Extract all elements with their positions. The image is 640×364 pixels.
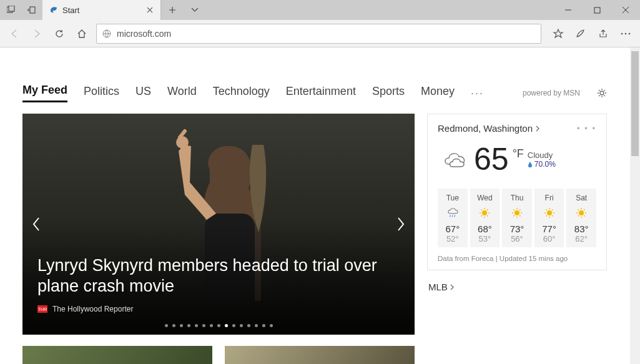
sun-icon: [566, 206, 596, 220]
tab-politics[interactable]: Politics: [84, 85, 119, 102]
tab-technology[interactable]: Technology: [213, 85, 270, 102]
svg-point-5: [621, 32, 623, 34]
forecast-day[interactable]: Sat83°62°: [566, 189, 596, 247]
forecast-day[interactable]: Wed68°53°: [470, 189, 500, 247]
carousel-dot[interactable]: [172, 324, 175, 327]
toolbar: [0, 20, 640, 47]
day-hi: 83°: [566, 224, 596, 234]
scroll-thumb[interactable]: [631, 51, 639, 156]
weather-humidity: 70.0%: [528, 160, 556, 169]
weather-location[interactable]: Redmond, Washington: [438, 123, 540, 134]
svg-point-7: [629, 32, 631, 34]
viewport: My Feed Politics US World Technology Ent…: [0, 47, 640, 364]
tab-world[interactable]: World: [167, 85, 197, 102]
day-name: Tue: [438, 194, 468, 202]
day-name: Sat: [566, 194, 596, 202]
refresh-button[interactable]: [49, 23, 70, 44]
close-tab-icon[interactable]: [145, 6, 154, 14]
new-tab-button[interactable]: [161, 0, 184, 20]
chevron-right-icon: [535, 125, 540, 132]
day-name: Fri: [534, 194, 564, 202]
favorites-button[interactable]: [548, 23, 569, 44]
carousel-dot[interactable]: [240, 324, 243, 327]
weather-meta: Data from Foreca | Updated 15 mins ago: [438, 255, 596, 262]
carousel-dot[interactable]: [195, 324, 198, 327]
day-lo: 60°: [534, 234, 564, 243]
address-bar[interactable]: [96, 24, 541, 44]
tab-money[interactable]: Money: [421, 85, 455, 102]
source-label: The Hollywood Reporter: [52, 305, 133, 313]
home-button[interactable]: [71, 23, 92, 44]
forecast-day[interactable]: Tue67°52°: [438, 189, 468, 247]
more-button[interactable]: [615, 23, 636, 44]
feed-nav: My Feed Politics US World Technology Ent…: [22, 84, 608, 102]
weather-more-icon[interactable]: • • •: [577, 124, 596, 133]
forecast-day[interactable]: Thu73°56°: [502, 189, 532, 247]
minimize-button[interactable]: [554, 0, 583, 20]
carousel-dot[interactable]: [165, 324, 168, 327]
mlb-card[interactable]: MLB: [427, 279, 607, 295]
carousel-dot[interactable]: [255, 324, 258, 327]
hero-headline: Lynryd Skynyrd members headed to trial o…: [37, 255, 400, 296]
carousel-next-icon[interactable]: [395, 215, 407, 234]
weather-card[interactable]: Redmond, Washington • • • 65 °F Cloudy 7…: [427, 114, 607, 270]
svg-point-13: [482, 210, 487, 215]
gear-icon[interactable]: [596, 87, 608, 99]
carousel-dot[interactable]: [180, 324, 183, 327]
tab-sports[interactable]: Sports: [372, 85, 405, 102]
carousel-dot[interactable]: [247, 324, 250, 327]
carousel-dot[interactable]: [270, 324, 273, 327]
scrollbar[interactable]: [630, 47, 640, 364]
share-button[interactable]: [593, 23, 614, 44]
day-hi: 68°: [470, 224, 500, 234]
carousel-dot[interactable]: [232, 324, 235, 327]
carousel-dots[interactable]: [22, 324, 415, 327]
svg-point-11: [176, 136, 189, 149]
sun-icon: [470, 206, 500, 220]
day-lo: 53°: [470, 234, 500, 243]
weather-condition: Cloudy: [528, 150, 556, 160]
browser-tab[interactable]: Start: [42, 0, 161, 20]
carousel-dot[interactable]: [225, 324, 228, 327]
weather-unit: °F: [513, 147, 524, 160]
source-logo-icon: THR: [37, 305, 47, 313]
day-name: Wed: [470, 194, 500, 202]
carousel-dot[interactable]: [202, 324, 205, 327]
tab-my-feed[interactable]: My Feed: [22, 84, 67, 102]
set-aside-icon[interactable]: [22, 1, 40, 19]
sun-icon: [534, 206, 564, 220]
svg-point-14: [514, 210, 519, 215]
hero-card[interactable]: Lynryd Skynyrd members headed to trial o…: [22, 114, 415, 335]
titlebar: Start: [0, 0, 640, 20]
url-input[interactable]: [117, 29, 536, 39]
carousel-dot[interactable]: [217, 324, 220, 327]
carousel-dot[interactable]: [187, 324, 190, 327]
day-hi: 77°: [534, 224, 564, 234]
svg-rect-2: [30, 7, 35, 13]
svg-rect-1: [9, 6, 14, 11]
notes-button[interactable]: [570, 23, 591, 44]
forecast-day[interactable]: Fri77°60°: [534, 189, 564, 247]
day-lo: 62°: [566, 234, 596, 243]
maximize-button[interactable]: [583, 0, 611, 20]
tab-us[interactable]: US: [135, 85, 151, 102]
forward-button[interactable]: [26, 23, 47, 44]
tab-entertainment[interactable]: Entertainment: [286, 85, 356, 102]
story-card[interactable]: [22, 346, 212, 364]
svg-point-6: [625, 32, 627, 34]
chevron-right-icon: [450, 284, 455, 290]
weather-temp: 65: [474, 141, 509, 177]
day-name: Thu: [502, 194, 532, 202]
tab-title: Start: [62, 6, 142, 15]
close-window-button[interactable]: [611, 0, 640, 20]
svg-point-16: [579, 210, 584, 215]
back-button[interactable]: [4, 23, 25, 44]
edge-icon: [49, 5, 59, 15]
carousel-dot[interactable]: [262, 324, 265, 327]
story-card[interactable]: [225, 346, 415, 364]
carousel-dot[interactable]: [210, 324, 213, 327]
tab-menu-button[interactable]: [184, 0, 206, 20]
task-view-icon[interactable]: [2, 1, 20, 19]
carousel-prev-icon[interactable]: [30, 215, 42, 234]
nav-more-icon[interactable]: ···: [471, 87, 484, 100]
